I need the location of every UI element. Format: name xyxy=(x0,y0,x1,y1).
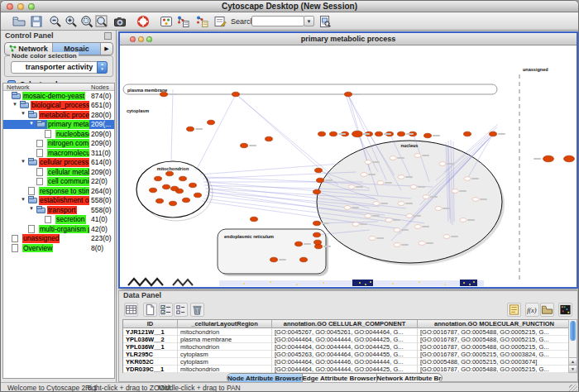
table-column-header[interactable]: ID xyxy=(123,320,178,328)
graph-node[interactable] xyxy=(464,131,471,136)
graph-node[interactable] xyxy=(208,120,215,125)
graph-node[interactable] xyxy=(318,131,326,136)
graph-node[interactable] xyxy=(410,185,417,189)
expander-icon[interactable]: ▼ xyxy=(21,111,26,116)
graph-node[interactable] xyxy=(564,155,575,162)
graph-node[interactable] xyxy=(160,92,168,97)
table-column-header[interactable]: _cellularLayoutRegion xyxy=(178,320,272,328)
scroll-up-icon[interactable]: ▲ xyxy=(569,357,577,365)
graph-node[interactable] xyxy=(414,154,421,158)
table-row[interactable]: YPL036W__2plasma membrane[GO:0044464, GO… xyxy=(123,336,570,343)
graph-node[interactable] xyxy=(385,218,392,222)
graph-node[interactable] xyxy=(365,214,371,218)
expander-icon[interactable]: ▼ xyxy=(21,159,26,164)
tree-row[interactable]: ▼cellular process614(0) xyxy=(3,158,114,168)
combo-stepper-icon[interactable]: ▲▼ xyxy=(97,61,108,74)
scrollbar-thumb[interactable] xyxy=(570,321,576,341)
new-attribute-icon[interactable] xyxy=(143,303,157,317)
graph-node[interactable] xyxy=(163,184,170,189)
function-builder-icon[interactable]: f(x) xyxy=(525,303,539,317)
graph-node[interactable] xyxy=(435,207,442,211)
open-session-icon[interactable] xyxy=(12,15,26,28)
graph-node[interactable] xyxy=(345,92,352,97)
graph-node[interactable] xyxy=(460,218,467,222)
enhanced-search-icon[interactable] xyxy=(318,15,332,28)
tree-row[interactable]: ▼primary metabo209(... xyxy=(3,120,114,130)
graph-node[interactable] xyxy=(348,185,355,189)
graph-node[interactable] xyxy=(394,243,400,247)
node-color-attribute-select[interactable]: transporter activity ▲▼ xyxy=(11,61,108,74)
graph-node[interactable] xyxy=(194,193,202,198)
graph-node[interactable] xyxy=(179,176,187,181)
zoom-fit-icon[interactable] xyxy=(95,15,108,28)
tree-row[interactable]: ▼metabolic process280(0) xyxy=(3,110,114,120)
attribute-checklist-icon[interactable] xyxy=(159,303,173,317)
tree-row[interactable]: macromolecule311(0) xyxy=(3,148,114,158)
table-column-header[interactable]: annotation.GO CELLULAR_COMPONENT xyxy=(272,320,418,328)
graph-node[interactable] xyxy=(313,189,321,194)
table-row[interactable]: YLR295Ccytoplasm[GO:0045263, GO:0044464,… xyxy=(123,351,570,358)
tab-edge-attribute-browser[interactable]: Edge Attribute Browser xyxy=(303,374,377,382)
graph-node[interactable] xyxy=(398,175,404,179)
tree-row[interactable]: ▼biological_process651(0) xyxy=(3,101,114,111)
attribute-matrix-icon[interactable] xyxy=(558,303,572,317)
graph-node[interactable] xyxy=(295,241,303,246)
search-dropdown-icon[interactable]: ▼ xyxy=(304,16,314,26)
annotation-icon[interactable] xyxy=(213,15,227,28)
tree-row[interactable]: nitrogen compo209(0) xyxy=(3,139,114,149)
tree-row[interactable]: ▼transport558(0) xyxy=(3,205,114,215)
tab-overflow-arrow-icon[interactable]: ▶ xyxy=(101,43,112,55)
table-row[interactable]: YJR121W__1mitochondrion[GO:0045267, GO:0… xyxy=(123,328,570,336)
tree-row[interactable]: cellular metabol209(0) xyxy=(3,167,114,177)
graph-node[interactable] xyxy=(251,217,258,222)
graph-node[interactable] xyxy=(170,201,177,206)
graph-node[interactable] xyxy=(330,131,337,136)
import-attributes-icon[interactable] xyxy=(195,15,208,28)
resize-grip[interactable] xyxy=(569,385,577,392)
graph-node[interactable] xyxy=(464,177,471,181)
search-input[interactable] xyxy=(251,16,304,26)
graph-node[interactable] xyxy=(452,189,458,194)
tree-row[interactable]: ▼establishment of lo558(0) xyxy=(3,196,114,206)
tab-network-attribute-browser[interactable]: Network Attribute Browser xyxy=(377,374,443,382)
graph-node[interactable] xyxy=(423,195,429,199)
graph-node[interactable] xyxy=(315,168,323,173)
graph-node[interactable] xyxy=(314,240,322,245)
graph-node[interactable] xyxy=(171,186,179,191)
graph-node[interactable] xyxy=(183,198,190,203)
select-attributes-icon[interactable] xyxy=(124,303,138,317)
graph-node[interactable] xyxy=(317,178,324,183)
graph-node[interactable] xyxy=(398,131,405,136)
graph-node[interactable] xyxy=(406,214,413,218)
graph-node[interactable] xyxy=(439,162,446,166)
graph-node[interactable] xyxy=(394,228,400,232)
graph-node[interactable] xyxy=(352,131,363,137)
zoom-selected-icon[interactable] xyxy=(80,15,93,28)
notes-icon[interactable] xyxy=(507,303,521,317)
graph-node[interactable] xyxy=(232,92,240,97)
float-panel-icon[interactable] xyxy=(104,32,112,40)
graph-node[interactable] xyxy=(361,173,367,177)
graph-node[interactable] xyxy=(156,198,164,203)
network-view-titlebar[interactable]: primary metabolic process xyxy=(120,33,577,45)
graph-node[interactable] xyxy=(313,221,321,226)
graph-node[interactable] xyxy=(419,241,425,246)
expander-icon[interactable]: ▼ xyxy=(12,102,17,107)
cytopanel-icon[interactable] xyxy=(160,15,173,28)
expander-icon[interactable]: ▼ xyxy=(29,206,34,211)
table-row[interactable]: YKR052Ccytoplasm[GO:0044464, GO:0044446,… xyxy=(123,358,570,366)
table-row[interactable]: YPL036W__1mitochondrion[GO:0044464, GO:0… xyxy=(123,343,570,351)
graph-node[interactable] xyxy=(490,131,497,136)
import-network-icon[interactable] xyxy=(176,15,189,28)
delete-attribute-icon[interactable] xyxy=(190,303,204,317)
tree-row[interactable]: multi-organism pro42(0) xyxy=(3,224,114,234)
tree-row[interactable]: nucleobase-209(0) xyxy=(3,129,114,139)
snapshot-icon[interactable] xyxy=(113,15,127,28)
tree-row[interactable]: Overview8(0) xyxy=(3,243,114,253)
tree-row[interactable]: mosaic-demo-yeast874(0) xyxy=(3,91,114,101)
graph-node[interactable] xyxy=(344,206,351,210)
graph-node[interactable] xyxy=(241,143,248,148)
graph-node[interactable] xyxy=(187,127,194,131)
graph-node[interactable] xyxy=(472,198,479,202)
zoom-in-icon[interactable] xyxy=(65,15,78,28)
